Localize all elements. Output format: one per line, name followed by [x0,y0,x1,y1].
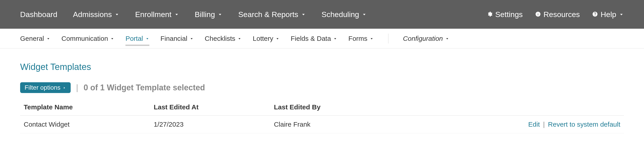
tab-label: Fields & Data [291,35,331,42]
chevron-down-icon [190,35,194,42]
tab-label: Configuration [403,35,443,42]
top-nav-left: Dashboard Admissions Enrollment Billing … [20,10,367,19]
tab-label: Forms [348,35,368,42]
nav-label: Search & Reports [238,10,298,19]
nav-label: Enrollment [135,10,172,19]
tab-forms[interactable]: Forms [348,33,374,45]
chevron-down-icon [362,10,367,19]
cell-edited-by: Claire Frank [270,116,395,133]
tab-label: General [20,35,44,42]
col-template-name: Template Name [20,99,150,116]
help-icon [592,10,598,19]
tab-financial[interactable]: Financial [160,33,194,45]
page-content: Widget Templates Filter options | 0 of 1… [0,48,644,147]
selection-status: 0 of 1 Widget Template selected [84,83,205,92]
tab-fields-data[interactable]: Fields & Data [291,33,337,45]
tab-configuration[interactable]: Configuration [403,33,449,45]
cell-edited-at: 1/27/2023 [150,116,270,133]
nav-help[interactable]: Help [592,10,624,19]
nav-admissions[interactable]: Admissions [73,10,120,19]
chevron-down-icon [445,35,449,42]
tab-label: Communication [62,35,108,42]
nav-settings[interactable]: Settings [487,10,523,19]
nav-search-reports[interactable]: Search & Reports [238,10,306,19]
col-last-edited-at: Last Edited At [150,99,270,116]
nav-resources[interactable]: Resources [535,10,580,19]
sub-nav: General Communication Portal Financial C… [0,29,644,48]
table-header-row: Template Name Last Edited At Last Edited… [20,99,624,116]
chevron-down-icon [619,10,624,19]
subnav-divider [388,34,388,44]
col-actions [395,99,624,116]
gear-icon [487,10,492,19]
action-separator: | [542,121,546,128]
chevron-down-icon [174,10,179,19]
nav-label: Scheduling [322,10,359,19]
chevron-down-icon [218,10,222,19]
tab-label: Portal [126,35,143,42]
nav-label: Admissions [73,10,112,19]
tab-label: Checklists [205,35,236,42]
nav-label: Resources [544,10,580,19]
chevron-down-icon [276,35,280,42]
table-row: Contact Widget 1/27/2023 Claire Frank Ed… [20,116,624,133]
tab-label: Financial [160,35,188,42]
chevron-down-icon [301,10,306,19]
edit-link[interactable]: Edit [528,121,540,128]
tab-checklists[interactable]: Checklists [205,33,242,45]
filter-button-label: Filter options [24,84,60,91]
top-nav: Dashboard Admissions Enrollment Billing … [0,0,644,29]
page-title: Widget Templates [20,62,624,72]
chevron-down-icon [145,35,149,42]
nav-enrollment[interactable]: Enrollment [135,10,179,19]
top-nav-right: Settings Resources Help [487,10,624,19]
tab-lottery[interactable]: Lottery [253,33,280,45]
cell-template-name: Contact Widget [20,116,150,133]
tab-communication[interactable]: Communication [62,33,114,45]
chevron-down-icon [333,35,337,42]
revert-link[interactable]: Revert to system default [548,121,620,128]
nav-dashboard[interactable]: Dashboard [20,10,57,19]
nav-scheduling[interactable]: Scheduling [322,10,367,19]
filter-row: Filter options | 0 of 1 Widget Template … [20,82,624,93]
tab-portal[interactable]: Portal [126,33,149,46]
nav-label: Help [600,10,616,19]
separator: | [76,83,78,92]
chevron-right-icon [62,84,66,91]
chevron-down-icon [114,10,120,19]
chevron-down-icon [238,35,242,42]
templates-table: Template Name Last Edited At Last Edited… [20,99,624,133]
tab-general[interactable]: General [20,33,50,45]
chevron-down-icon [370,35,374,42]
nav-label: Dashboard [20,10,57,19]
tab-label: Lottery [253,35,273,42]
info-icon [535,10,541,19]
filter-options-button[interactable]: Filter options [20,82,71,93]
chevron-down-icon [46,35,50,42]
nav-label: Settings [495,10,523,19]
nav-label: Billing [195,10,215,19]
col-last-edited-by: Last Edited By [270,99,395,116]
nav-billing[interactable]: Billing [195,10,223,19]
cell-actions: Edit | Revert to system default [395,116,624,133]
chevron-down-icon [110,35,114,42]
